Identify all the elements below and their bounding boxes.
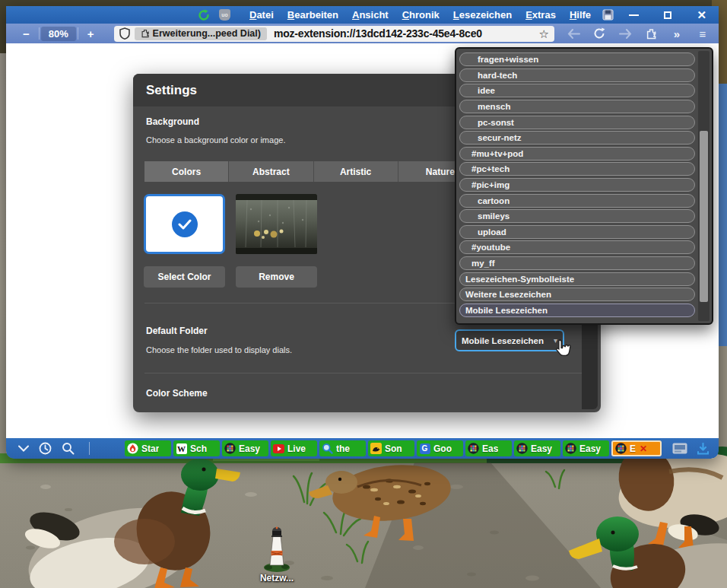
bookmark-button[interactable]: the	[319, 440, 366, 456]
save-session-icon[interactable]	[602, 9, 614, 21]
bookmark-button[interactable]: Easy	[514, 440, 560, 456]
screen-share-icon[interactable]	[672, 443, 687, 454]
default-folder-description: Choose the folder used to display dials.	[146, 345, 292, 354]
color-scheme-heading: Color Scheme	[146, 388, 208, 399]
bookmark-button[interactable]: Easy	[222, 440, 268, 456]
folder-option[interactable]: mensch	[459, 100, 695, 113]
folder-option[interactable]: Weitere Lesezeichen	[459, 288, 695, 301]
select-color-button[interactable]: Select Color	[144, 266, 225, 288]
folder-option[interactable]: #mu+tv+pod	[459, 147, 695, 161]
folder-option[interactable]: pc-sonst	[459, 116, 695, 129]
bookmark-label: Eas	[482, 443, 498, 454]
menubar: Datei Bearbeiten Ansicht Chronik Lesezei…	[243, 9, 598, 21]
minimize-button[interactable]	[629, 14, 639, 16]
folder-option[interactable]: idee	[459, 84, 695, 97]
back-button[interactable]	[565, 29, 582, 39]
folder-option[interactable]: secur-netz	[459, 131, 695, 145]
forward-button[interactable]	[617, 29, 633, 39]
tracking-protection-shield-icon[interactable]	[119, 27, 130, 40]
bookmark-buttons: Star W Sch Easy Live	[125, 440, 664, 456]
menu-hilfe[interactable]: Hilfe	[563, 9, 598, 21]
folder-option[interactable]: Lesezeichen-Symbolleiste	[459, 272, 695, 286]
overflow-chevron-icon[interactable]: »	[668, 28, 685, 40]
menu-extras[interactable]: Extras	[519, 9, 563, 21]
color-swatch-selected[interactable]	[144, 194, 225, 254]
adblock-shield-icon[interactable]: uo	[219, 9, 230, 21]
bookmark-label: E	[630, 443, 636, 454]
tab-colors[interactable]: Colors	[144, 161, 229, 182]
zoom-in-button[interactable]: +	[78, 27, 103, 40]
tab-abstract[interactable]: Abstract	[229, 161, 313, 182]
desktop-shortcut-network[interactable]: Netzw...	[249, 525, 304, 583]
history-clock-icon[interactable]	[39, 442, 52, 455]
extension-tab-chip[interactable]: Erweiterung...peed Dial)	[135, 27, 267, 40]
menu-datei[interactable]: Datei	[243, 9, 281, 21]
extension-green-swirl-icon[interactable]	[198, 9, 210, 21]
checkmark-icon	[172, 211, 198, 237]
bookmark-button-active[interactable]: E ✕	[611, 440, 662, 456]
separator	[89, 442, 90, 455]
chevron-down-icon[interactable]	[18, 445, 29, 452]
bookmark-label: Easy	[579, 443, 601, 454]
extensions-puzzle-icon[interactable]	[643, 28, 659, 40]
grid-icon	[516, 443, 528, 454]
bookmark-label: Star	[141, 443, 159, 454]
wikipedia-icon: W	[176, 443, 187, 454]
dropdown-scrollbar[interactable]	[698, 51, 710, 321]
zoom-out-button[interactable]: −	[14, 27, 39, 40]
grid-icon	[615, 443, 627, 454]
selected-folder-value: Mobile Lesezeichen	[462, 336, 554, 345]
navigation-bar: − 80% + Erweiterung...peed Dial) moz-ext…	[6, 24, 719, 43]
tab-artistic[interactable]: Artistic	[314, 161, 398, 182]
folder-option[interactable]: fragen+wissen	[459, 52, 695, 66]
hamburger-menu-icon[interactable]: ≡	[694, 28, 711, 40]
folder-option[interactable]: #pic+img	[459, 178, 695, 192]
url-bar[interactable]: Erweiterung...peed Dial) moz-extension:/…	[114, 26, 554, 42]
folder-dropdown-panel: fragen+wissen hard-tech idee mensch pc-s…	[455, 47, 713, 325]
bookmark-button[interactable]: Son	[368, 440, 414, 456]
tab-title: Erweiterung...peed Dial)	[153, 28, 261, 39]
menu-chronik[interactable]: Chronik	[395, 9, 446, 21]
bookmark-label: Easy	[239, 443, 260, 454]
folder-option[interactable]: upload	[459, 225, 695, 239]
menu-ansicht[interactable]: Ansicht	[345, 9, 395, 21]
folder-option[interactable]: cartoon	[459, 194, 695, 208]
menu-lesezeichen[interactable]: Lesezeichen	[446, 9, 519, 21]
close-button[interactable]: ✕	[697, 9, 706, 21]
remove-button[interactable]: Remove	[236, 266, 317, 288]
separator	[39, 27, 40, 40]
bookmark-button[interactable]: Star	[125, 440, 171, 456]
bookmark-button[interactable]: Live	[271, 440, 317, 456]
folder-option[interactable]: hard-tech	[459, 68, 695, 82]
folder-option[interactable]: my_ff	[459, 256, 695, 270]
folder-option[interactable]: smileys	[459, 209, 695, 223]
puzzle-piece-icon	[141, 29, 150, 38]
close-bookmark-icon[interactable]: ✕	[640, 443, 647, 454]
desktop-shortcut-label: Netzw...	[249, 573, 304, 583]
menu-bearbeiten[interactable]: Bearbeiten	[281, 9, 345, 21]
default-folder-select[interactable]: Mobile Lesezeichen ▾	[455, 329, 564, 351]
folder-option-selected[interactable]: Mobile Lesezeichen	[459, 304, 695, 317]
url-text[interactable]: moz-extension://13dcd142-233c-45e4-8ce0	[274, 27, 536, 40]
zoom-controls: − 80% +	[14, 27, 103, 41]
folder-option[interactable]: #pc+tech	[459, 162, 695, 176]
bookmark-label: Sch	[190, 443, 207, 454]
nav-buttons: » ≡	[565, 27, 711, 40]
maximize-button[interactable]	[664, 11, 671, 19]
bookmark-button[interactable]: Eas	[465, 440, 512, 456]
bookmark-button[interactable]: W Sch	[173, 440, 220, 456]
search-icon[interactable]	[62, 442, 75, 455]
download-icon[interactable]	[697, 443, 710, 455]
grid-icon	[565, 443, 576, 454]
translate-icon: G	[419, 443, 430, 454]
folder-option[interactable]: #youtube	[459, 240, 695, 254]
dropdown-scrollbar-thumb[interactable]	[700, 131, 708, 302]
reload-button[interactable]	[591, 27, 608, 40]
grid-icon	[224, 443, 236, 454]
background-image-thumbnail[interactable]	[236, 194, 317, 254]
bookmark-button[interactable]: Easy	[563, 440, 609, 456]
section-divider	[144, 373, 582, 373]
lighthouse-icon	[262, 525, 291, 572]
bookmark-star-icon[interactable]: ☆	[539, 28, 549, 40]
bookmark-button[interactable]: G Goo	[417, 440, 463, 456]
